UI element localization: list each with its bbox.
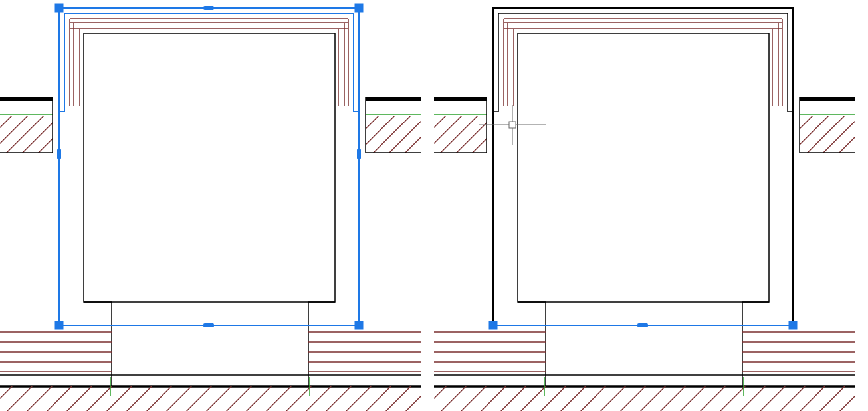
handle-mid-top-icon — [203, 6, 214, 10]
handle-mid-right-icon — [357, 149, 361, 159]
selection-handles[interactable] — [55, 4, 363, 329]
stub-wall-right — [366, 97, 421, 153]
cursor-crosshair-icon — [479, 105, 546, 145]
siding-right — [742, 332, 855, 372]
svg-rect-37 — [59, 8, 359, 325]
handle-mid-bottom-icon — [203, 323, 214, 327]
siding-right — [308, 332, 421, 372]
handle-bottom-left-icon — [489, 321, 497, 329]
svg-rect-7 — [0, 97, 53, 101]
siding-left — [434, 332, 546, 372]
siding-left — [0, 332, 112, 372]
svg-rect-53 — [800, 116, 855, 153]
svg-rect-51 — [800, 97, 855, 101]
svg-rect-36 — [84, 33, 335, 302]
handle-mid-bottom-icon — [637, 323, 648, 327]
handle-bottom-right-icon — [789, 321, 797, 329]
svg-rect-48 — [434, 116, 487, 153]
svg-rect-77 — [518, 33, 769, 302]
handle-bottom-left-icon — [55, 321, 63, 329]
svg-rect-12 — [366, 97, 421, 101]
svg-rect-41 — [434, 386, 855, 411]
window-frame-geometry — [493, 8, 793, 325]
svg-rect-9 — [0, 116, 53, 153]
svg-rect-46 — [434, 97, 487, 101]
window-frame-geometry — [70, 19, 348, 325]
svg-rect-81 — [509, 122, 516, 128]
panel-left[interactable] — [0, 0, 434, 411]
handle-top-left-icon — [55, 4, 63, 12]
handle-top-right-icon — [355, 4, 363, 12]
cad-comparison-canvas — [0, 0, 868, 411]
svg-rect-14 — [366, 116, 421, 153]
stub-wall-left — [0, 97, 53, 153]
stub-wall-left — [434, 97, 487, 153]
selection-outline-full[interactable] — [59, 8, 359, 325]
handle-mid-left-icon — [57, 149, 61, 159]
panel-right[interactable] — [434, 0, 868, 411]
stub-wall-right — [800, 97, 855, 153]
handle-bottom-right-icon — [355, 321, 363, 329]
floor-assembly — [434, 325, 855, 411]
floor-assembly — [0, 325, 421, 411]
svg-rect-2 — [0, 386, 421, 411]
